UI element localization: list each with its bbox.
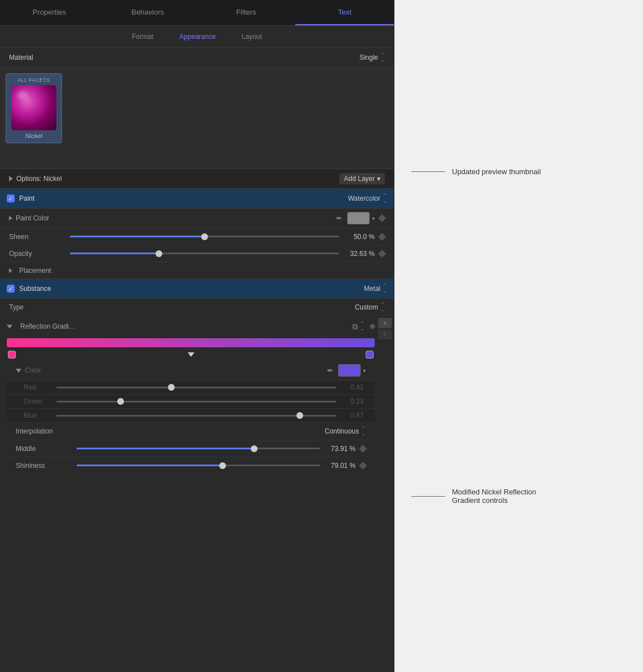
color-swatch-purple[interactable] bbox=[338, 364, 361, 377]
shininess-label: Shininess bbox=[16, 462, 72, 470]
paint-color-chevron[interactable]: ▾ bbox=[372, 215, 375, 222]
interpolation-label: Interpolation bbox=[16, 427, 72, 435]
paint-arrows: ⌃⌄ bbox=[383, 193, 387, 204]
options-left: Options: Nickel bbox=[9, 175, 62, 183]
options-label: Options: Nickel bbox=[16, 175, 62, 183]
gradient-icon-top[interactable]: ≡ bbox=[378, 318, 392, 328]
paint-select[interactable]: Watercolor ⌃⌄ bbox=[348, 193, 387, 204]
material-value: Single bbox=[360, 54, 378, 61]
red-value: 0.41 bbox=[341, 383, 363, 391]
tab-format[interactable]: Format bbox=[127, 30, 158, 43]
annotation-line-preview bbox=[411, 171, 445, 172]
interpolation-value: Continuous bbox=[325, 427, 359, 435]
color-expand[interactable] bbox=[16, 369, 21, 373]
opacity-label: Opacity bbox=[9, 250, 65, 258]
facet-thumbnail bbox=[11, 85, 56, 130]
gradient-copy-icon[interactable]: ⧉ bbox=[352, 322, 358, 331]
paint-color-expand[interactable] bbox=[9, 216, 12, 220]
annotation-line-gradient bbox=[411, 496, 445, 497]
interpolation-arrows: ⌃⌄ bbox=[361, 426, 366, 436]
sheen-slider[interactable] bbox=[70, 236, 339, 237]
reflection-triangle[interactable] bbox=[7, 325, 12, 329]
type-label: Type bbox=[9, 303, 65, 311]
sheen-row: Sheen 50.0 % bbox=[0, 228, 394, 245]
blue-value: 0.87 bbox=[341, 412, 363, 419]
paint-checkbox[interactable] bbox=[7, 194, 15, 202]
reflection-gradient-wrapper: Reflection Gradi... ⧉ ⌃⌄ Color bbox=[0, 316, 394, 477]
shininess-slider[interactable] bbox=[77, 465, 320, 466]
placement-row: Placement bbox=[0, 262, 394, 279]
gradient-bar-container bbox=[7, 335, 375, 361]
annotation-preview-text: Updated preview thumbnail bbox=[452, 167, 541, 176]
facet-all-facets[interactable]: ALL FACETS Nickel bbox=[6, 73, 62, 143]
material-select[interactable]: Single ⌃⌄ bbox=[360, 52, 385, 63]
middle-label: Middle bbox=[16, 445, 72, 453]
red-row: Red 0.41 bbox=[7, 381, 375, 395]
reflection-label: Reflection Gradi... bbox=[20, 322, 74, 330]
gradient-stop-end[interactable] bbox=[366, 351, 374, 359]
gradient-icon-bottom[interactable]: ⠿ bbox=[378, 329, 392, 339]
tab-appearance[interactable]: Appearance bbox=[175, 30, 220, 43]
red-label: Red bbox=[24, 383, 52, 391]
interpolation-row: Interpolation Continuous ⌃⌄ bbox=[7, 423, 375, 440]
green-value: 0.23 bbox=[341, 397, 363, 405]
add-layer-button[interactable]: Add Layer ▾ bbox=[339, 173, 385, 184]
type-arrows: ⌃⌄ bbox=[380, 302, 385, 312]
substance-checkbox[interactable] bbox=[7, 285, 15, 293]
material-label: Material bbox=[9, 54, 33, 61]
gradient-stops bbox=[7, 351, 375, 359]
opacity-value: 32.63 % bbox=[344, 250, 375, 258]
sheen-label: Sheen bbox=[9, 233, 65, 241]
type-value: Custom bbox=[355, 303, 378, 311]
color-header-row: Color ✒ ▾ bbox=[7, 361, 375, 381]
blue-slider[interactable] bbox=[56, 415, 336, 417]
annotation-gradient: Modified Nickel Reflection Gradient cont… bbox=[411, 488, 626, 505]
shininess-diamond bbox=[359, 461, 367, 469]
paint-color-diamond bbox=[378, 214, 386, 222]
red-slider[interactable] bbox=[56, 387, 336, 388]
tab-properties[interactable]: Properties bbox=[0, 0, 99, 25]
add-layer-chevron: ▾ bbox=[377, 175, 380, 183]
material-arrows: ⌃⌄ bbox=[380, 52, 385, 63]
tab-layout[interactable]: Layout bbox=[237, 30, 267, 43]
gradient-stop-mid[interactable] bbox=[188, 352, 194, 357]
gradient-bar[interactable] bbox=[7, 338, 375, 347]
substance-select[interactable]: Metal ⌃⌄ bbox=[364, 284, 387, 294]
shininess-row: Shininess 79.01 % bbox=[7, 457, 375, 474]
substance-section-header: Substance Metal ⌃⌄ bbox=[0, 279, 394, 299]
color-label: Color bbox=[25, 366, 41, 374]
material-row: Material Single ⌃⌄ bbox=[0, 48, 394, 68]
color-eyedropper[interactable]: ✒ bbox=[327, 366, 334, 375]
placement-expand[interactable] bbox=[9, 268, 12, 273]
paint-color-row: Paint Color ✒ ▾ bbox=[0, 209, 394, 228]
middle-diamond bbox=[359, 444, 367, 452]
paint-color-swatch[interactable] bbox=[347, 212, 370, 224]
opacity-row: Opacity 32.63 % bbox=[0, 245, 394, 262]
opacity-diamond bbox=[378, 249, 386, 257]
gradient-controls: Reflection Gradi... ⧉ ⌃⌄ Color bbox=[7, 318, 375, 474]
tab-filters[interactable]: Filters bbox=[197, 0, 296, 25]
middle-row: Middle 73.91 % bbox=[7, 440, 375, 457]
blue-label: Blue bbox=[24, 412, 52, 419]
eyedropper-icon[interactable]: ✒ bbox=[336, 214, 343, 223]
tab-text[interactable]: Text bbox=[295, 0, 394, 25]
green-slider[interactable] bbox=[56, 401, 336, 403]
middle-slider[interactable] bbox=[77, 448, 320, 449]
substance-arrows: ⌃⌄ bbox=[383, 284, 387, 294]
paint-color-label: Paint Color bbox=[16, 214, 72, 222]
tab-behaviors[interactable]: Behaviors bbox=[99, 0, 197, 25]
substance-value: Metal bbox=[364, 285, 380, 293]
annotation-gradient-text: Modified Nickel Reflection Gradient cont… bbox=[452, 488, 536, 505]
green-label: Green bbox=[24, 397, 52, 405]
interpolation-select[interactable]: Continuous ⌃⌄ bbox=[325, 426, 366, 436]
paint-title: Paint bbox=[19, 194, 343, 202]
gradient-stop-start[interactable] bbox=[8, 351, 16, 359]
gradient-arrows: ⌃⌄ bbox=[360, 321, 365, 331]
color-swatch-chevron[interactable]: ▾ bbox=[363, 368, 366, 374]
reflection-diamond bbox=[369, 323, 375, 329]
type-select[interactable]: Custom ⌃⌄ bbox=[355, 302, 385, 312]
paint-value: Watercolor bbox=[348, 194, 380, 202]
gradient-side-icons: ≡ ⠿ bbox=[378, 318, 392, 339]
opacity-slider[interactable] bbox=[70, 253, 339, 254]
middle-value: 73.91 % bbox=[325, 445, 356, 453]
